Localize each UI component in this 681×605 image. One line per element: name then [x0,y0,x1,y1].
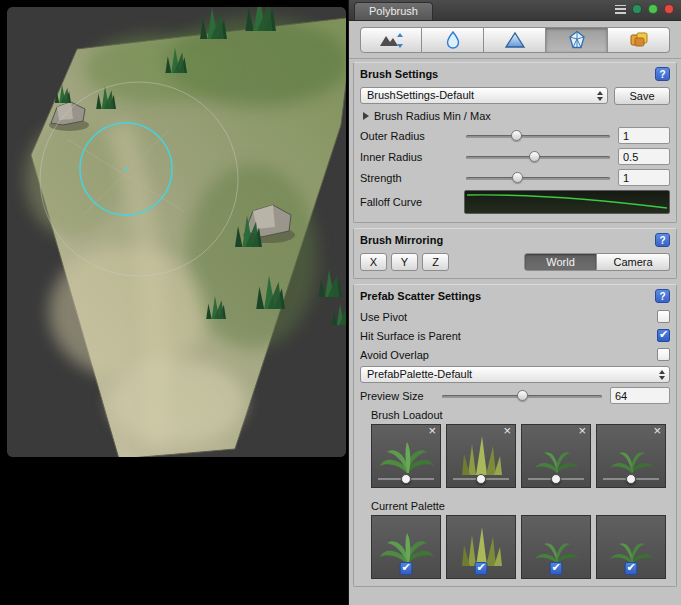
texture-blend-icon [629,31,649,49]
preview-size-slider[interactable] [440,388,604,404]
prefab-weight-knob[interactable] [551,474,561,484]
outer-radius-label: Outer Radius [360,130,464,142]
palette-item-checkbox[interactable] [550,562,563,575]
loadout-thumbnail[interactable]: × [446,424,516,488]
palette-thumbnail[interactable] [371,515,441,579]
remove-prefab-button[interactable]: × [653,424,661,438]
falloff-curve-label: Falloff Curve [360,196,464,208]
slider-track[interactable] [466,177,610,180]
prefab-preview-sprout-icon [600,431,664,479]
prefab-preview-grass-icon [450,431,514,479]
falloff-curve-field[interactable] [464,190,670,214]
tool-smooth-button[interactable] [422,27,484,53]
palette-thumbnail[interactable] [521,515,591,579]
mirror-z-button[interactable]: Z [422,253,449,271]
prefab-weight-knob[interactable] [626,474,636,484]
current-palette-grid [371,515,671,579]
prefab-scatter-section: Prefab Scatter Settings ? Use Pivot Hit … [353,284,677,587]
tool-paint-button[interactable] [484,27,546,53]
hit-surface-checkbox[interactable] [657,329,670,342]
palette-item-checkbox[interactable] [475,562,488,575]
tool-sculpt-button[interactable] [360,27,422,53]
loadout-thumbnail[interactable]: × [521,424,591,488]
inner-radius-field[interactable] [618,148,670,165]
polybrush-tab[interactable]: Polybrush [354,2,433,20]
help-icon[interactable]: ? [655,233,670,247]
mirror-y-button[interactable]: Y [391,253,418,271]
loadout-thumbnail[interactable]: × [596,424,666,488]
prefab-weight-slider[interactable] [378,478,434,480]
use-pivot-row: Use Pivot [360,308,670,325]
brush-radius-foldout-label: Brush Radius Min / Max [374,110,491,122]
slider-track[interactable] [466,135,610,138]
palette-item-checkbox[interactable] [625,562,638,575]
brush-settings-section: Brush Settings ? BrushSettings-Default S… [353,62,677,223]
preview-size-label: Preview Size [360,390,440,402]
loadout-thumbnail[interactable]: × [371,424,441,488]
remove-prefab-button[interactable]: × [428,424,436,438]
brush-settings-title: Brush Settings [360,68,438,80]
slider-thumb[interactable] [529,151,540,162]
palette-thumbnail[interactable] [596,515,666,579]
prefab-palette-dropdown[interactable]: PrefabPalette-Default [360,366,670,383]
dropdown-arrows-icon [659,370,665,380]
outer-radius-row: Outer Radius [360,126,670,145]
prefab-preview-leafy-icon [375,431,439,479]
tool-texture-button[interactable] [608,27,670,53]
inner-radius-slider[interactable] [464,149,612,165]
falloff-row: Falloff Curve [360,189,670,215]
foldout-arrow-icon [363,112,369,120]
scene-view[interactable] [7,7,346,457]
preview-size-field[interactable] [610,387,670,404]
use-pivot-label: Use Pivot [360,311,407,323]
avoid-overlap-row: Avoid Overlap [360,346,670,363]
save-button[interactable]: Save [614,87,670,105]
help-icon[interactable]: ? [655,67,670,81]
mirroring-row: X Y Z World Camera [360,252,670,271]
window-minimize-dot[interactable] [632,4,642,14]
unity-editor: Polybrush [0,0,681,605]
hit-surface-label: Hit Surface is Parent [360,330,461,342]
help-icon[interactable]: ? [655,289,670,303]
strength-row: Strength [360,168,670,187]
current-palette-label: Current Palette [371,500,671,512]
brush-loadout-grid: × × × × [371,424,671,488]
palette-thumbnail[interactable] [446,515,516,579]
prefab-weight-knob[interactable] [476,474,486,484]
strength-field[interactable] [618,169,670,186]
remove-prefab-button[interactable]: × [503,424,511,438]
brush-loadout-label: Brush Loadout [371,409,671,421]
prefab-palette-value: PrefabPalette-Default [367,368,472,380]
window-menu-icon[interactable] [615,5,626,14]
water-drop-icon [444,31,462,49]
mode-toolgroup [360,27,670,53]
avoid-overlap-checkbox[interactable] [657,348,670,361]
slider-thumb[interactable] [517,390,528,401]
mirror-x-button[interactable]: X [360,253,387,271]
prefab-weight-slider[interactable] [603,478,659,480]
window-close-dot[interactable] [664,4,674,14]
preview-size-row: Preview Size [360,386,670,405]
slider-thumb[interactable] [511,130,522,141]
outer-radius-slider[interactable] [464,128,612,144]
window-title: Polybrush [369,5,418,17]
slider-thumb[interactable] [512,172,523,183]
brush-radius-foldout[interactable]: Brush Radius Min / Max [363,107,670,124]
polybrush-content: Brush Settings ? BrushSettings-Default S… [349,59,681,605]
strength-slider[interactable] [464,170,612,186]
use-pivot-checkbox[interactable] [657,310,670,323]
outer-radius-field[interactable] [618,127,670,144]
tool-scatter-button[interactable] [546,27,608,53]
hit-surface-row: Hit Surface is Parent [360,327,670,344]
prefab-weight-slider[interactable] [528,478,584,480]
window-maximize-dot[interactable] [648,4,658,14]
camera-space-segment[interactable]: Camera [597,253,670,271]
brush-preset-value: BrushSettings-Default [367,89,474,101]
window-controls [615,4,674,14]
prefab-weight-knob[interactable] [401,474,411,484]
world-space-segment[interactable]: World [524,253,597,271]
brush-preset-dropdown[interactable]: BrushSettings-Default [360,87,608,104]
prefab-weight-slider[interactable] [453,478,509,480]
palette-item-checkbox[interactable] [400,562,413,575]
remove-prefab-button[interactable]: × [578,424,586,438]
